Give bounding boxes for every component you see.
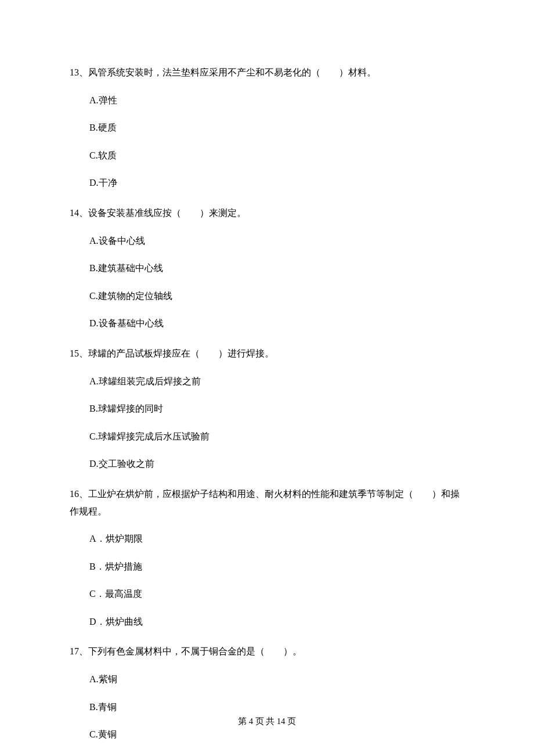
option-b: B.球罐焊接的同时 bbox=[89, 400, 464, 417]
option-a: A．烘炉期限 bbox=[89, 530, 464, 548]
options-list: A.设备中心线 B.建筑基础中心线 C.建筑物的定位轴线 D.设备基础中心线 bbox=[70, 232, 464, 332]
options-list: A.球罐组装完成后焊接之前 B.球罐焊接的同时 C.球罐焊接完成后水压试验前 D… bbox=[70, 373, 464, 473]
option-b: B.硬质 bbox=[89, 119, 464, 136]
question-17: 17、下列有色金属材料中，不属于铜合金的是（ ）。 A.紫铜 B.青铜 C.黄铜 bbox=[70, 643, 464, 743]
option-a: A.设备中心线 bbox=[89, 232, 464, 250]
question-13: 13、风管系统安装时，法兰垫料应采用不产尘和不易老化的（ ）材料。 A.弹性 B… bbox=[70, 64, 464, 192]
question-number: 13、 bbox=[70, 67, 88, 77]
option-a: A.弹性 bbox=[89, 92, 464, 109]
question-15: 15、球罐的产品试板焊接应在（ ）进行焊接。 A.球罐组装完成后焊接之前 B.球… bbox=[70, 345, 464, 473]
question-stem: 风管系统安装时，法兰垫料应采用不产尘和不易老化的（ ）材料。 bbox=[88, 67, 376, 77]
question-stem: 下列有色金属材料中，不属于铜合金的是（ ）。 bbox=[88, 646, 302, 656]
option-c: C.球罐焊接完成后水压试验前 bbox=[89, 428, 464, 445]
question-number: 16、 bbox=[70, 489, 88, 499]
option-d: D.设备基础中心线 bbox=[89, 315, 464, 332]
page-footer: 第 4 页 共 14 页 bbox=[0, 716, 534, 727]
options-list: A.紫铜 B.青铜 C.黄铜 bbox=[70, 671, 464, 743]
question-number: 15、 bbox=[70, 348, 88, 358]
option-d: D.交工验收之前 bbox=[89, 455, 464, 473]
question-text: 17、下列有色金属材料中，不属于铜合金的是（ ）。 bbox=[70, 643, 464, 660]
options-list: A.弹性 B.硬质 C.软质 D.干净 bbox=[70, 92, 464, 192]
options-list: A．烘炉期限 B．烘炉措施 C．最高温度 D．烘炉曲线 bbox=[70, 530, 464, 630]
option-b: B.建筑基础中心线 bbox=[89, 260, 464, 277]
option-c: C.建筑物的定位轴线 bbox=[89, 287, 464, 305]
question-number: 14、 bbox=[70, 208, 88, 218]
question-14: 14、设备安装基准线应按（ ）来测定。 A.设备中心线 B.建筑基础中心线 C.… bbox=[70, 204, 464, 332]
page-content: 13、风管系统安装时，法兰垫料应采用不产尘和不易老化的（ ）材料。 A.弹性 B… bbox=[0, 0, 534, 743]
option-a: A.球罐组装完成后焊接之前 bbox=[89, 373, 464, 390]
question-stem: 球罐的产品试板焊接应在（ ）进行焊接。 bbox=[88, 348, 274, 358]
option-c: C.软质 bbox=[89, 147, 464, 164]
option-c: C.黄铜 bbox=[89, 726, 464, 743]
question-text: 15、球罐的产品试板焊接应在（ ）进行焊接。 bbox=[70, 345, 464, 362]
option-b: B.青铜 bbox=[89, 699, 464, 716]
question-text: 14、设备安装基准线应按（ ）来测定。 bbox=[70, 204, 464, 222]
question-text: 16、工业炉在烘炉前，应根据炉子结构和用途、耐火材料的性能和建筑季节等制定（ ）… bbox=[70, 485, 464, 520]
question-text: 13、风管系统安装时，法兰垫料应采用不产尘和不易老化的（ ）材料。 bbox=[70, 64, 464, 81]
question-16: 16、工业炉在烘炉前，应根据炉子结构和用途、耐火材料的性能和建筑季节等制定（ ）… bbox=[70, 485, 464, 631]
option-c: C．最高温度 bbox=[89, 585, 464, 603]
question-stem: 工业炉在烘炉前，应根据炉子结构和用途、耐火材料的性能和建筑季节等制定（ ）和操作… bbox=[70, 489, 460, 516]
option-b: B．烘炉措施 bbox=[89, 558, 464, 575]
option-a: A.紫铜 bbox=[89, 671, 464, 688]
option-d: D.干净 bbox=[89, 174, 464, 192]
question-stem: 设备安装基准线应按（ ）来测定。 bbox=[88, 208, 246, 218]
option-d: D．烘炉曲线 bbox=[89, 613, 464, 631]
question-number: 17、 bbox=[70, 646, 88, 656]
